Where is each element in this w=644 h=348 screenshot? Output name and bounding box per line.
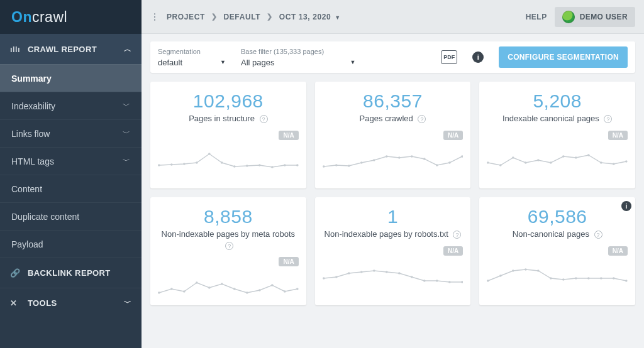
sidebar-item-duplicate-content[interactable]: Duplicate content (0, 202, 142, 230)
metric-card[interactable]: 8,858Non-indexable pages by meta robots … (150, 197, 306, 305)
svg-point-5 (221, 161, 223, 164)
sidebar-item-links-flow[interactable]: Links flow﹀ (0, 119, 142, 147)
help-icon[interactable]: ? (260, 115, 268, 123)
help-link[interactable]: HELP (526, 13, 547, 21)
svg-point-3 (196, 161, 198, 164)
svg-point-33 (600, 161, 602, 164)
svg-point-6 (233, 165, 236, 168)
sidebar-item-summary[interactable]: Summary (0, 64, 142, 92)
svg-point-15 (360, 161, 363, 164)
sparkline (158, 270, 299, 299)
avatar (562, 11, 575, 23)
metric-card[interactable]: i69,586Non-canonical pages ?N/A (479, 197, 635, 305)
svg-point-59 (461, 281, 464, 283)
metric-value: 5,208 (533, 90, 582, 112)
na-badge: N/A (608, 131, 628, 140)
svg-point-1 (170, 163, 173, 166)
section-label: TOOLS (28, 298, 124, 308)
svg-point-37 (170, 288, 173, 290)
svg-point-56 (423, 280, 426, 282)
sidebar-item-payload[interactable]: Payload (0, 230, 142, 258)
svg-point-24 (487, 161, 489, 164)
sidebar-item-html-tags[interactable]: HTML tags﹀ (0, 147, 142, 175)
svg-point-19 (411, 155, 413, 158)
help-icon[interactable]: ? (225, 242, 233, 250)
svg-point-50 (348, 272, 350, 275)
svg-point-9 (271, 166, 274, 168)
svg-point-8 (258, 164, 261, 166)
section-tools[interactable]: ✕ TOOLS ﹀ (0, 288, 142, 318)
svg-point-43 (246, 291, 248, 294)
sidebar-item-label: HTML tags (11, 156, 54, 166)
svg-point-2 (183, 163, 186, 165)
na-badge: N/A (443, 246, 463, 256)
svg-point-47 (296, 288, 299, 290)
sidebar-item-indexability[interactable]: Indexability﹀ (0, 92, 142, 119)
logo-part2: crawl (32, 9, 67, 25)
sparkline (323, 259, 464, 288)
user-chip[interactable]: DEMO USER (555, 7, 635, 27)
svg-point-35 (625, 160, 628, 163)
filter-label: Base filter (135,333 pages) (241, 48, 355, 55)
configure-segmentation-button[interactable]: CONFIGURE SEGMENTATION (499, 46, 628, 68)
section-crawl-report[interactable]: ıllı CRAWL REPORT ︿ (0, 34, 142, 64)
section-backlink-report[interactable]: 🔗 BACKLINK REPORT (0, 258, 142, 288)
metric-label: Pages in structure ? (189, 113, 267, 124)
help-icon[interactable]: ? (418, 115, 426, 123)
help-icon[interactable]: ? (604, 115, 612, 123)
metric-card[interactable]: 1Non-indexable pages by robots.txt ?N/A (315, 197, 471, 305)
basefilter-select[interactable]: All pages ▼ (241, 58, 355, 67)
help-icon[interactable]: ? (594, 231, 602, 239)
metric-label: Non-canonical pages ? (513, 229, 602, 240)
svg-point-10 (284, 164, 286, 166)
kebab-icon[interactable]: ⋯ (150, 13, 160, 21)
pdf-icon: PDF (443, 54, 455, 60)
metric-card[interactable]: 102,968Pages in structure ?N/A (150, 82, 306, 188)
svg-point-70 (613, 277, 615, 280)
chevron-up-icon: ︿ (124, 44, 131, 55)
na-badge: N/A (279, 257, 298, 266)
crumb-date[interactable]: OCT 13, 2020 ▼ (279, 13, 341, 21)
svg-point-17 (386, 155, 388, 158)
svg-point-65 (550, 277, 552, 280)
crumb-project[interactable]: PROJECT (167, 13, 205, 21)
sidebar-item-label: Indexability (11, 101, 55, 111)
metric-card[interactable]: 5,208Indexable canonical pages ?N/A (479, 82, 635, 188)
svg-point-32 (587, 154, 590, 156)
metric-value: 8,858 (204, 206, 253, 227)
metric-label: Indexable canonical pages ? (502, 113, 613, 124)
sidebar-item-content[interactable]: Content (0, 175, 142, 202)
svg-point-54 (398, 272, 401, 275)
info-icon[interactable]: i (472, 52, 484, 63)
chevron-down-icon: ﹀ (123, 101, 130, 111)
svg-point-0 (158, 164, 160, 166)
sidebar-item-label: Links flow (11, 129, 50, 139)
metric-label: Non-indexable pages by robots.txt ? (325, 229, 462, 240)
pdf-button[interactable]: PDF (441, 50, 457, 64)
chevron-right-icon: ❯ (211, 13, 218, 21)
segmentation-select[interactable]: default ▼ (158, 58, 226, 67)
svg-point-34 (613, 163, 615, 165)
metric-card[interactable]: 86,357Pages crawled ?N/A (315, 82, 471, 188)
sidebar-item-label: Content (11, 184, 42, 194)
sparkline (487, 259, 628, 288)
metric-value: 1 (387, 206, 398, 227)
logo[interactable]: Oncrawl (0, 0, 142, 34)
chevron-right-icon: ❯ (267, 13, 273, 21)
svg-point-25 (499, 164, 502, 166)
svg-point-61 (499, 275, 502, 277)
info-icon[interactable]: i (621, 201, 631, 211)
filter-value: default (158, 58, 182, 67)
crumb-default[interactable]: DEFAULT (224, 13, 261, 21)
filter-value: All pages (241, 58, 274, 67)
svg-point-14 (348, 165, 350, 167)
svg-point-63 (525, 268, 527, 271)
svg-point-51 (360, 271, 363, 273)
section-label: CRAWL REPORT (28, 45, 124, 54)
svg-point-7 (246, 165, 248, 167)
help-icon[interactable]: ? (453, 231, 461, 239)
svg-point-60 (487, 280, 489, 282)
svg-point-52 (373, 269, 375, 272)
metric-value: 69,586 (528, 206, 587, 227)
tools-icon: ✕ (10, 298, 21, 308)
